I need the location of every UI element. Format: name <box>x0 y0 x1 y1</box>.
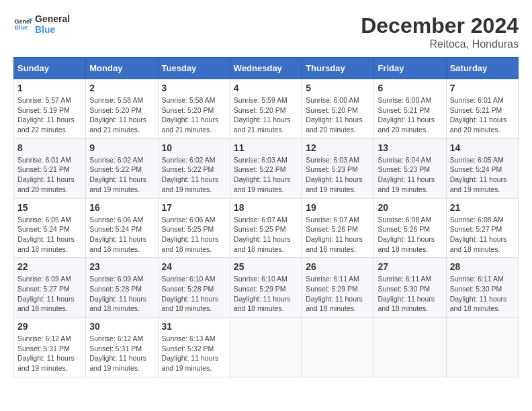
day-number: 9 <box>89 142 154 153</box>
day-info: Sunrise: 5:59 AMSunset: 5:20 PMDaylight:… <box>234 95 298 135</box>
calendar-week-1: 1Sunrise: 5:57 AMSunset: 5:19 PMDaylight… <box>14 79 519 139</box>
day-number: 4 <box>234 83 298 93</box>
calendar-cell: 4Sunrise: 5:59 AMSunset: 5:20 PMDaylight… <box>230 79 302 139</box>
day-info: Sunrise: 6:01 AMSunset: 5:21 PMDaylight:… <box>450 95 515 135</box>
calendar-cell: 1Sunrise: 5:57 AMSunset: 5:19 PMDaylight… <box>14 79 86 139</box>
calendar-header-wednesday: Wednesday <box>230 58 302 79</box>
general-blue-icon: General Blue <box>13 15 32 34</box>
calendar-cell: 21Sunrise: 6:08 AMSunset: 5:27 PMDayligh… <box>446 198 518 258</box>
day-number: 19 <box>306 202 370 213</box>
day-info: Sunrise: 6:05 AMSunset: 5:24 PMDaylight:… <box>17 215 82 255</box>
day-info: Sunrise: 5:57 AMSunset: 5:19 PMDaylight:… <box>17 95 82 135</box>
day-number: 25 <box>234 261 298 272</box>
day-number: 14 <box>450 142 515 153</box>
title-section: December 2024 Reitoca, Honduras <box>361 13 519 50</box>
calendar-week-2: 8Sunrise: 6:01 AMSunset: 5:21 PMDaylight… <box>14 138 519 198</box>
calendar-cell: 22Sunrise: 6:09 AMSunset: 5:27 PMDayligh… <box>14 258 86 318</box>
day-info: Sunrise: 6:09 AMSunset: 5:27 PMDaylight:… <box>17 274 82 314</box>
day-info: Sunrise: 6:11 AMSunset: 5:30 PMDaylight:… <box>450 274 515 314</box>
day-info: Sunrise: 6:13 AMSunset: 5:32 PMDaylight:… <box>162 334 226 373</box>
calendar-cell: 27Sunrise: 6:11 AMSunset: 5:30 PMDayligh… <box>374 258 446 318</box>
calendar-cell: 5Sunrise: 6:00 AMSunset: 5:20 PMDaylight… <box>302 79 374 139</box>
logo-line1: General <box>35 13 70 24</box>
calendar-cell <box>302 318 374 377</box>
day-info: Sunrise: 6:03 AMSunset: 5:23 PMDaylight:… <box>306 155 370 195</box>
calendar-header-saturday: Saturday <box>446 58 518 79</box>
day-number: 24 <box>162 261 226 272</box>
day-info: Sunrise: 5:58 AMSunset: 5:20 PMDaylight:… <box>89 95 154 135</box>
calendar-cell: 2Sunrise: 5:58 AMSunset: 5:20 PMDaylight… <box>86 79 158 139</box>
day-info: Sunrise: 6:04 AMSunset: 5:23 PMDaylight:… <box>378 155 442 195</box>
calendar-cell: 9Sunrise: 6:02 AMSunset: 5:22 PMDaylight… <box>86 138 158 198</box>
location-title: Reitoca, Honduras <box>361 38 519 50</box>
day-number: 28 <box>450 261 515 272</box>
day-number: 15 <box>17 202 82 213</box>
day-number: 8 <box>17 142 82 153</box>
calendar-cell: 10Sunrise: 6:02 AMSunset: 5:22 PMDayligh… <box>158 138 230 198</box>
calendar-header-friday: Friday <box>374 58 446 79</box>
day-info: Sunrise: 6:12 AMSunset: 5:31 PMDaylight:… <box>17 334 82 373</box>
day-number: 3 <box>162 83 226 93</box>
day-number: 12 <box>306 142 370 153</box>
logo: General Blue General Blue <box>13 13 70 35</box>
calendar-week-4: 22Sunrise: 6:09 AMSunset: 5:27 PMDayligh… <box>14 258 519 318</box>
day-info: Sunrise: 6:10 AMSunset: 5:29 PMDaylight:… <box>234 274 298 314</box>
calendar-cell: 12Sunrise: 6:03 AMSunset: 5:23 PMDayligh… <box>302 138 374 198</box>
day-info: Sunrise: 6:08 AMSunset: 5:27 PMDaylight:… <box>450 215 515 255</box>
calendar-cell: 23Sunrise: 6:09 AMSunset: 5:28 PMDayligh… <box>86 258 158 318</box>
day-number: 11 <box>234 142 298 153</box>
calendar-header-tuesday: Tuesday <box>158 58 230 79</box>
day-number: 5 <box>306 83 370 93</box>
day-info: Sunrise: 6:08 AMSunset: 5:26 PMDaylight:… <box>378 215 442 255</box>
day-info: Sunrise: 6:07 AMSunset: 5:25 PMDaylight:… <box>234 215 298 255</box>
day-number: 20 <box>378 202 442 213</box>
day-info: Sunrise: 6:02 AMSunset: 5:22 PMDaylight:… <box>162 155 226 195</box>
calendar-cell: 13Sunrise: 6:04 AMSunset: 5:23 PMDayligh… <box>374 138 446 198</box>
page-header: General Blue General Blue December 2024 … <box>13 13 519 50</box>
day-number: 26 <box>306 261 370 272</box>
day-number: 7 <box>450 83 515 93</box>
day-number: 13 <box>378 142 442 153</box>
calendar-cell: 8Sunrise: 6:01 AMSunset: 5:21 PMDaylight… <box>14 138 86 198</box>
calendar-header-sunday: Sunday <box>14 58 86 79</box>
day-number: 17 <box>162 202 226 213</box>
calendar-cell: 17Sunrise: 6:06 AMSunset: 5:25 PMDayligh… <box>158 198 230 258</box>
day-info: Sunrise: 6:06 AMSunset: 5:25 PMDaylight:… <box>162 215 226 255</box>
calendar-cell: 6Sunrise: 6:00 AMSunset: 5:21 PMDaylight… <box>374 79 446 139</box>
calendar-header-monday: Monday <box>86 58 158 79</box>
calendar-cell: 18Sunrise: 6:07 AMSunset: 5:25 PMDayligh… <box>230 198 302 258</box>
month-title: December 2024 <box>361 13 519 38</box>
calendar-cell: 16Sunrise: 6:06 AMSunset: 5:24 PMDayligh… <box>86 198 158 258</box>
day-number: 16 <box>89 202 154 213</box>
day-info: Sunrise: 6:11 AMSunset: 5:29 PMDaylight:… <box>306 274 370 314</box>
day-info: Sunrise: 6:02 AMSunset: 5:22 PMDaylight:… <box>89 155 154 195</box>
day-info: Sunrise: 6:00 AMSunset: 5:20 PMDaylight:… <box>306 95 370 135</box>
calendar-week-5: 29Sunrise: 6:12 AMSunset: 5:31 PMDayligh… <box>14 318 519 377</box>
day-number: 31 <box>162 321 226 332</box>
day-info: Sunrise: 6:11 AMSunset: 5:30 PMDaylight:… <box>378 274 442 314</box>
day-info: Sunrise: 6:09 AMSunset: 5:28 PMDaylight:… <box>89 274 154 314</box>
day-number: 6 <box>378 83 442 93</box>
day-number: 22 <box>17 261 82 272</box>
calendar-cell: 25Sunrise: 6:10 AMSunset: 5:29 PMDayligh… <box>230 258 302 318</box>
calendar-cell: 28Sunrise: 6:11 AMSunset: 5:30 PMDayligh… <box>446 258 518 318</box>
calendar-cell: 19Sunrise: 6:07 AMSunset: 5:26 PMDayligh… <box>302 198 374 258</box>
calendar-cell: 15Sunrise: 6:05 AMSunset: 5:24 PMDayligh… <box>14 198 86 258</box>
day-number: 10 <box>162 142 226 153</box>
calendar-cell: 14Sunrise: 6:05 AMSunset: 5:24 PMDayligh… <box>446 138 518 198</box>
day-info: Sunrise: 6:12 AMSunset: 5:31 PMDaylight:… <box>89 334 154 373</box>
day-info: Sunrise: 6:06 AMSunset: 5:24 PMDaylight:… <box>89 215 154 255</box>
day-info: Sunrise: 5:58 AMSunset: 5:20 PMDaylight:… <box>162 95 226 135</box>
calendar-cell: 20Sunrise: 6:08 AMSunset: 5:26 PMDayligh… <box>374 198 446 258</box>
calendar-cell: 26Sunrise: 6:11 AMSunset: 5:29 PMDayligh… <box>302 258 374 318</box>
calendar-cell: 30Sunrise: 6:12 AMSunset: 5:31 PMDayligh… <box>86 318 158 377</box>
day-info: Sunrise: 6:05 AMSunset: 5:24 PMDaylight:… <box>450 155 515 195</box>
calendar-cell: 24Sunrise: 6:10 AMSunset: 5:28 PMDayligh… <box>158 258 230 318</box>
calendar-cell: 11Sunrise: 6:03 AMSunset: 5:22 PMDayligh… <box>230 138 302 198</box>
calendar-cell <box>230 318 302 377</box>
calendar-cell: 31Sunrise: 6:13 AMSunset: 5:32 PMDayligh… <box>158 318 230 377</box>
day-number: 30 <box>89 321 154 332</box>
calendar-cell: 7Sunrise: 6:01 AMSunset: 5:21 PMDaylight… <box>446 79 518 139</box>
calendar-cell <box>446 318 518 377</box>
day-number: 29 <box>17 321 82 332</box>
